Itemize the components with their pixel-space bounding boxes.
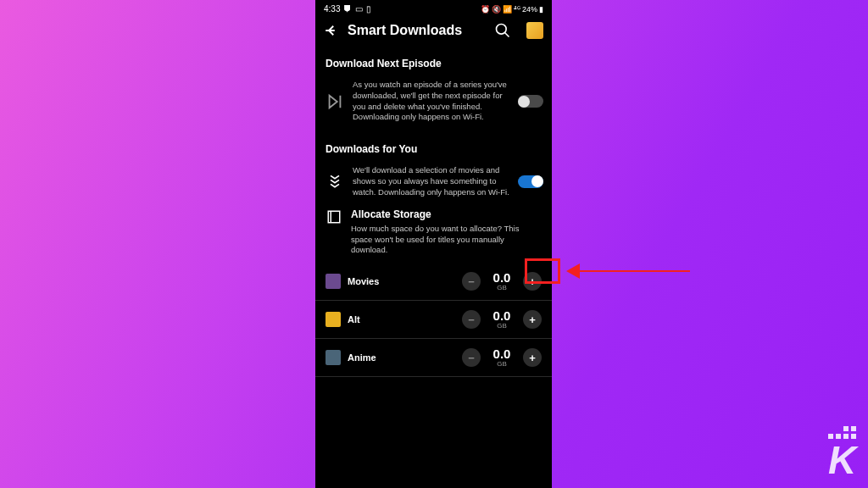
card-icon: ▭: [355, 4, 363, 14]
allocate-section: Allocate Storage How much space do you w…: [315, 207, 552, 263]
play-next-icon: [326, 92, 344, 111]
increase-button[interactable]: +: [523, 348, 542, 367]
battery-icon: ▮: [539, 5, 543, 14]
section-title-foryou: Downloads for You: [315, 131, 552, 162]
storage-row: Movies − 0.0 GB +: [315, 263, 552, 301]
storage-label: Movies: [348, 276, 455, 286]
app-header: Smart Downloads: [315, 15, 552, 46]
back-arrow-icon[interactable]: [324, 23, 339, 38]
storage-icon: [326, 208, 342, 225]
toggle-downloads-for-you[interactable]: [518, 175, 543, 188]
foryou-desc: We'll download a selection of movies and…: [353, 165, 509, 197]
sim-icon: ▯: [366, 4, 371, 14]
increase-button[interactable]: +: [523, 310, 542, 329]
allocate-title: Allocate Storage: [351, 208, 542, 220]
storage-label: Anime: [348, 352, 455, 363]
decrease-button[interactable]: −: [462, 348, 481, 367]
decrease-button[interactable]: −: [462, 310, 481, 329]
storage-row: Alt − 0.0 GB +: [315, 301, 552, 339]
wifi-icon: 📶: [503, 5, 512, 14]
mute-icon: 🔇: [492, 5, 501, 14]
allocate-desc: How much space do you want to allocate? …: [351, 224, 542, 256]
row-downloads-for-you: We'll download a selection of movies and…: [315, 162, 552, 206]
page-title: Smart Downloads: [348, 23, 486, 38]
row-next-episode: As you watch an episode of a series you'…: [315, 76, 552, 131]
storage-list: Movies − 0.0 GB + Alt − 0.0 GB + Anime −…: [315, 263, 552, 377]
decrease-button[interactable]: −: [462, 272, 481, 291]
watermark: K: [828, 426, 856, 483]
status-bar: 4:33 ⛊ ▭ ▯ ⏰ 🔇 📶 ⁴ᴳ 24% ▮: [315, 0, 552, 15]
storage-thumb: [326, 350, 341, 365]
svg-rect-1: [328, 211, 340, 223]
profile-avatar[interactable]: [526, 22, 543, 39]
download-stack-icon: [326, 172, 344, 191]
storage-thumb: [326, 274, 341, 289]
increase-button[interactable]: +: [523, 272, 542, 291]
search-icon[interactable]: [494, 22, 511, 39]
storage-thumb: [326, 312, 341, 327]
storage-value: 0.0 GB: [487, 347, 516, 368]
storage-label: Alt: [348, 314, 455, 324]
toggle-next-episode[interactable]: [518, 95, 543, 108]
storage-value: 0.0 GB: [487, 271, 516, 291]
battery-pct: 24%: [522, 5, 537, 14]
annotation-arrow: [566, 263, 690, 279]
storage-value: 0.0 GB: [487, 309, 516, 330]
svg-point-0: [497, 25, 507, 35]
storage-row: Anime − 0.0 GB +: [315, 339, 552, 377]
section-title-next: Download Next Episode: [315, 46, 552, 76]
next-desc: As you watch an episode of a series you'…: [353, 80, 509, 123]
signal-icon: ⁴ᴳ: [514, 5, 520, 14]
phone-frame: 4:33 ⛊ ▭ ▯ ⏰ 🔇 📶 ⁴ᴳ 24% ▮ Smart Download…: [315, 0, 552, 488]
status-time: 4:33: [324, 4, 340, 14]
watermark-letter: K: [828, 437, 856, 483]
alarm-icon: ⏰: [481, 5, 490, 14]
shield-icon: ⛊: [343, 4, 352, 14]
